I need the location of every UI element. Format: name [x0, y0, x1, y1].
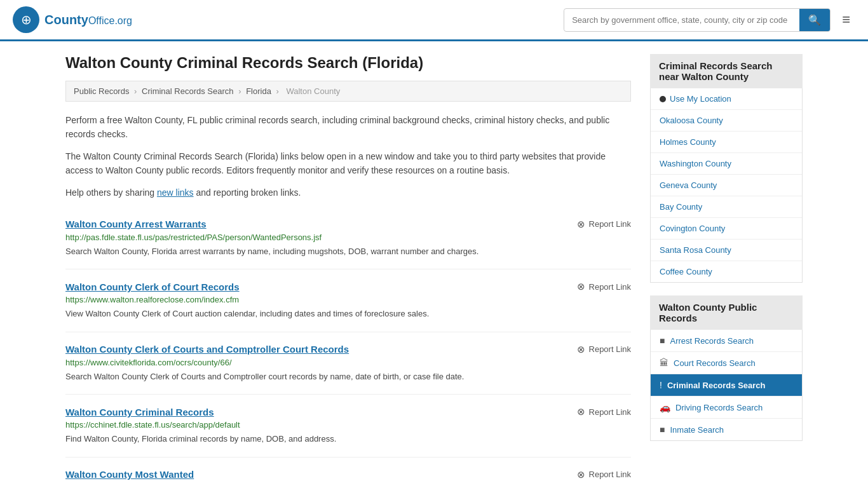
logo-icon: ⊕ [13, 6, 39, 33]
record-title-3[interactable]: Walton County Criminal Records [65, 407, 214, 417]
public-records-list: ■ Arrest Records Search 🏛 Court Records … [650, 330, 803, 441]
report-icon: ⊗ [577, 281, 585, 292]
location-icon [660, 96, 666, 102]
pub-record-link-1[interactable]: Court Records Search [674, 358, 756, 368]
pub-record-link-2[interactable]: Criminal Records Search [667, 381, 766, 390]
pub-record-link-3[interactable]: Driving Records Search [675, 403, 763, 412]
search-input[interactable] [564, 10, 799, 30]
content-area: Walton County Criminal Records Search (F… [65, 54, 631, 488]
logo-org: Office.org [88, 15, 132, 26]
nearby-section: Criminal Records Search near Walton Coun… [650, 54, 803, 283]
nearby-county-link-1[interactable]: Holmes County [660, 137, 716, 147]
page-title: Walton County Criminal Records Search (F… [65, 54, 631, 72]
record-url-0[interactable]: http://pas.fdle.state.fl.us/pas/restrict… [65, 233, 631, 242]
nearby-county-5[interactable]: Covington County [651, 218, 802, 240]
header-right: 🔍 ≡ [564, 8, 855, 32]
logo-area: ⊕ CountyOffice.org [13, 6, 132, 33]
nearby-county-3[interactable]: Geneva County [651, 175, 802, 196]
nearby-county-link-5[interactable]: Covington County [660, 224, 725, 233]
report-label: Report Link [589, 219, 631, 229]
breadcrumb-walton: Walton County [286, 86, 340, 96]
nearby-county-link-4[interactable]: Bay County [660, 202, 702, 212]
nearby-county-link-0[interactable]: Okaloosa County [660, 116, 723, 125]
rec-icon-4: ■ [660, 424, 665, 435]
nearby-county-2[interactable]: Washington County [651, 153, 802, 175]
pub-record-item-4[interactable]: ■ Inmate Search [651, 419, 802, 440]
report-label: Report Link [589, 344, 631, 354]
record-url-1[interactable]: https://www.walton.realforeclose.com/ind… [65, 295, 631, 304]
main-container: Walton County Criminal Records Search (F… [53, 41, 815, 488]
nearby-county-6[interactable]: Santa Rosa County [651, 240, 802, 261]
pub-record-link-0[interactable]: Arrest Records Search [670, 336, 754, 346]
use-location-item[interactable]: Use My Location [651, 88, 802, 110]
search-button[interactable]: 🔍 [799, 9, 830, 31]
record-item: Walton County Clerk of Court Records ⊗ R… [65, 269, 631, 332]
breadcrumb-florida[interactable]: Florida [246, 86, 271, 96]
report-label: Report Link [589, 407, 631, 417]
nearby-county-1[interactable]: Holmes County [651, 132, 802, 153]
nearby-county-link-7[interactable]: Coffee County [660, 267, 712, 276]
record-header: Walton County Arrest Warrants ⊗ Report L… [65, 219, 631, 230]
nearby-county-link-3[interactable]: Geneva County [660, 180, 717, 190]
nearby-county-7[interactable]: Coffee County [651, 261, 802, 282]
pub-record-item-2[interactable]: ! Criminal Records Search [651, 374, 802, 396]
rec-icon-1: 🏛 [660, 358, 668, 368]
pub-record-item-0[interactable]: ■ Arrest Records Search [651, 330, 802, 352]
report-icon: ⊗ [577, 469, 585, 480]
report-link-2[interactable]: ⊗ Report Link [577, 344, 631, 355]
nearby-county-link-6[interactable]: Santa Rosa County [660, 245, 731, 255]
record-item: Walton County Criminal Records ⊗ Report … [65, 395, 631, 458]
description-2: The Walton County Criminal Records Searc… [65, 149, 631, 178]
nearby-list: Use My Location Okaloosa CountyHolmes Co… [650, 88, 803, 283]
report-icon: ⊗ [577, 344, 585, 355]
record-url-3[interactable]: https://cchinet.fdle.state.fl.us/search/… [65, 420, 631, 430]
report-icon: ⊗ [577, 219, 585, 230]
new-links[interactable]: new links [157, 187, 194, 198]
record-item: Walton County Arrest Warrants ⊗ Report L… [65, 207, 631, 270]
logo-text: CountyOffice.org [44, 13, 132, 27]
description-1: Perform a free Walton County, FL public … [65, 113, 631, 142]
sidebar: Criminal Records Search near Walton Coun… [650, 54, 803, 488]
report-label: Report Link [589, 470, 631, 479]
public-records-header: Walton County Public Records [650, 295, 803, 330]
record-desc-2: Search Walton County Clerk of Courts and… [65, 370, 631, 383]
description-3: Help others by sharing new links and rep… [65, 186, 631, 200]
record-header: Walton County Criminal Records ⊗ Report … [65, 406, 631, 417]
rec-icon-0: ■ [660, 336, 665, 346]
report-label: Report Link [589, 282, 631, 292]
breadcrumb-public-records[interactable]: Public Records [74, 86, 129, 96]
report-link-1[interactable]: ⊗ Report Link [577, 281, 631, 292]
nearby-county-link-2[interactable]: Washington County [660, 159, 731, 168]
rec-icon-2: ! [660, 380, 662, 390]
pub-record-item-3[interactable]: 🚗 Driving Records Search [651, 396, 802, 419]
record-desc-0: Search Walton County, Florida arrest war… [65, 245, 631, 258]
report-link-0[interactable]: ⊗ Report Link [577, 219, 631, 230]
record-header: Walton County Clerk of Court Records ⊗ R… [65, 281, 631, 292]
record-title-0[interactable]: Walton County Arrest Warrants [65, 219, 207, 229]
pub-record-link-4[interactable]: Inmate Search [670, 425, 724, 435]
report-icon: ⊗ [577, 406, 585, 417]
menu-button[interactable]: ≡ [837, 9, 855, 30]
pub-record-item-1[interactable]: 🏛 Court Records Search [651, 352, 802, 374]
breadcrumb: Public Records › Criminal Records Search… [65, 81, 631, 102]
report-link-3[interactable]: ⊗ Report Link [577, 406, 631, 417]
nearby-county-0[interactable]: Okaloosa County [651, 110, 802, 132]
record-title-2[interactable]: Walton County Clerk of Courts and Comptr… [65, 344, 349, 355]
record-header: Walton County Most Wanted ⊗ Report Link [65, 469, 631, 480]
record-url-2[interactable]: https://www.civitekflorida.com/ocrs/coun… [65, 358, 631, 367]
rec-icon-3: 🚗 [660, 402, 670, 412]
record-title-4[interactable]: Walton County Most Wanted [65, 469, 194, 480]
record-header: Walton County Clerk of Courts and Comptr… [65, 344, 631, 355]
report-link-4[interactable]: ⊗ Report Link [577, 469, 631, 480]
record-title-1[interactable]: Walton County Clerk of Court Records [65, 281, 240, 292]
nearby-county-4[interactable]: Bay County [651, 196, 802, 218]
public-records-section: Walton County Public Records ■ Arrest Re… [650, 295, 803, 441]
record-desc-3: Find Walton County, Florida criminal rec… [65, 433, 631, 445]
records-list: Walton County Arrest Warrants ⊗ Report L… [65, 207, 631, 488]
header: ⊕ CountyOffice.org 🔍 ≡ [0, 0, 868, 41]
record-item: Walton County Clerk of Courts and Comptr… [65, 332, 631, 395]
use-location-link[interactable]: Use My Location [670, 94, 731, 104]
breadcrumb-criminal-records[interactable]: Criminal Records Search [142, 86, 234, 96]
search-bar: 🔍 [564, 8, 831, 32]
record-item: Walton County Most Wanted ⊗ Report Link [65, 458, 631, 488]
